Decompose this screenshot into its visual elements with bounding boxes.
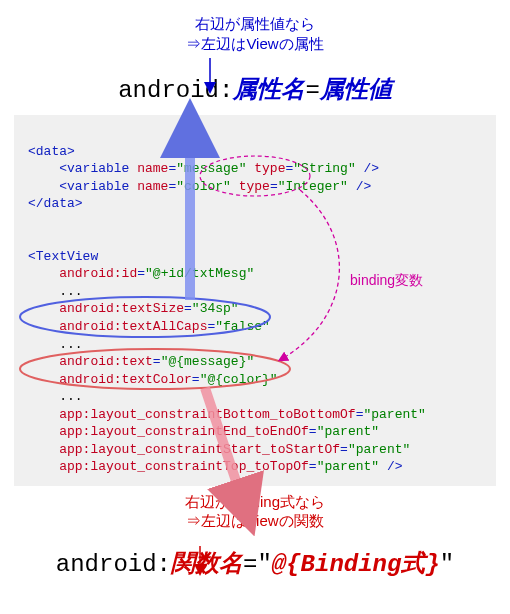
bottom-syntax-prefix: android: [56, 551, 171, 578]
top-annotation-line1: 右辺が属性値なら [0, 14, 510, 34]
code-text: <TextView [28, 249, 98, 264]
bottom-annotation-line1: 右辺がBinding式なら [0, 492, 510, 512]
code-text: <data> [28, 144, 75, 159]
code-text: android:textColor [28, 372, 192, 387]
code-text: ... [28, 389, 83, 404]
top-syntax-prefix: android: [118, 77, 233, 104]
code-text: app:layout_constraintTop_toTopOf [28, 459, 309, 474]
code-text: = [184, 301, 192, 316]
code-text: /> [356, 161, 379, 176]
code-text: <variable [28, 179, 137, 194]
code-text: android:textAllCaps [28, 319, 207, 334]
code-text: type [246, 161, 285, 176]
code-text: /> [348, 179, 371, 194]
top-syntax-eq: = [305, 77, 319, 104]
code-text: <variable [28, 161, 137, 176]
code-text: "@{color}" [200, 372, 278, 387]
code-text: "Integer" [278, 179, 348, 194]
code-text: name [137, 161, 168, 176]
code-text: = [192, 372, 200, 387]
code-text: type [231, 179, 270, 194]
code-text: = [340, 442, 348, 457]
code-text: "parent" [348, 442, 410, 457]
code-text: android:id [28, 266, 137, 281]
code-text: ... [28, 337, 83, 352]
code-text: name [137, 179, 168, 194]
code-text: = [153, 354, 161, 369]
code-text: = [137, 266, 145, 281]
code-text: "false" [215, 319, 270, 334]
code-text: android:text [28, 354, 153, 369]
code-text: "parent" [317, 424, 379, 439]
code-text: "parent" [363, 407, 425, 422]
code-text: app:layout_constraintBottom_toBottomOf [28, 407, 356, 422]
code-text: "@+id/txtMesg" [145, 266, 254, 281]
code-text: "parent" [317, 459, 379, 474]
code-text: "message" [176, 161, 246, 176]
bottom-syntax-binding: @{Binding式} [272, 551, 440, 578]
code-text: "color" [176, 179, 231, 194]
code-text: app:layout_constraintStart_toStartOf [28, 442, 340, 457]
code-text: app:layout_constraintEnd_toEndOf [28, 424, 309, 439]
code-text: ... [28, 284, 83, 299]
bottom-annotation-line2: ⇒左辺はViewの関数 [0, 511, 510, 531]
code-text: "String" [293, 161, 355, 176]
code-text: android:textSize [28, 301, 184, 316]
code-text: </data> [28, 196, 83, 211]
bottom-syntax-eqopen: =" [243, 551, 272, 578]
top-syntax-attrvalue: 属性値 [320, 77, 392, 104]
bottom-syntax-line: android:関数名="@{Binding式}" [0, 547, 510, 579]
code-text: = [309, 424, 317, 439]
code-text: = [309, 459, 317, 474]
code-text: "@{message}" [161, 354, 255, 369]
top-syntax-line: android:属性名=属性値 [0, 73, 510, 105]
top-annotation-line2: ⇒左辺はViewの属性 [0, 34, 510, 54]
code-block: <data> <variable name="message" type="St… [14, 115, 496, 486]
code-text: "34sp" [192, 301, 239, 316]
top-syntax-attrname: 属性名 [233, 77, 305, 104]
bottom-syntax-close: " [440, 551, 454, 578]
code-text: /> [379, 459, 402, 474]
code-text: = [270, 179, 278, 194]
bottom-syntax-funcname: 関数名 [171, 551, 243, 578]
